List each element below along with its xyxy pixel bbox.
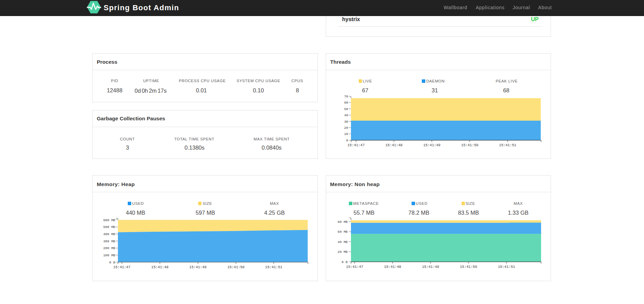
svg-text:15:41:51: 15:41:51 <box>498 265 515 269</box>
svg-text:15:41:49: 15:41:49 <box>422 265 439 269</box>
svg-text:15:41:50: 15:41:50 <box>461 143 478 147</box>
svg-text:20 MB: 20 MB <box>338 250 348 254</box>
svg-text:40: 40 <box>344 113 348 117</box>
svg-text:0: 0 <box>346 139 348 142</box>
svg-text:60 MB: 60 MB <box>338 230 348 234</box>
svg-text:15:41:51: 15:41:51 <box>265 265 282 269</box>
svg-text:10: 10 <box>344 132 348 136</box>
svg-text:60: 60 <box>344 101 348 105</box>
svg-text:15:41:48: 15:41:48 <box>151 265 168 269</box>
svg-text:50: 50 <box>344 107 348 111</box>
svg-text:400 MB: 400 MB <box>103 232 115 236</box>
svg-text:0 B: 0 B <box>109 261 116 264</box>
svg-text:600 MB: 600 MB <box>103 218 115 222</box>
svg-text:15:41:51: 15:41:51 <box>499 143 516 147</box>
svg-text:15:41:47: 15:41:47 <box>113 265 130 269</box>
svg-text:15:41:49: 15:41:49 <box>189 265 206 269</box>
svg-text:15:41:47: 15:41:47 <box>348 143 365 147</box>
svg-text:15:41:50: 15:41:50 <box>227 265 244 269</box>
svg-text:80 MB: 80 MB <box>338 220 348 224</box>
svg-text:100 MB: 100 MB <box>103 254 115 257</box>
svg-text:500 MB: 500 MB <box>103 225 115 229</box>
svg-text:40 MB: 40 MB <box>338 240 348 244</box>
svg-text:15:41:50: 15:41:50 <box>460 265 477 269</box>
svg-text:300 MB: 300 MB <box>103 240 115 243</box>
svg-text:15:41:49: 15:41:49 <box>423 143 440 147</box>
svg-text:200 MB: 200 MB <box>103 246 115 250</box>
svg-text:20: 20 <box>344 126 348 130</box>
svg-text:70: 70 <box>344 95 348 98</box>
svg-text:15:41:48: 15:41:48 <box>384 265 401 269</box>
svg-text:15:41:48: 15:41:48 <box>385 143 402 147</box>
svg-text:0 B: 0 B <box>342 260 348 264</box>
svg-text:30: 30 <box>344 120 348 124</box>
svg-text:15:41:47: 15:41:47 <box>346 265 363 269</box>
